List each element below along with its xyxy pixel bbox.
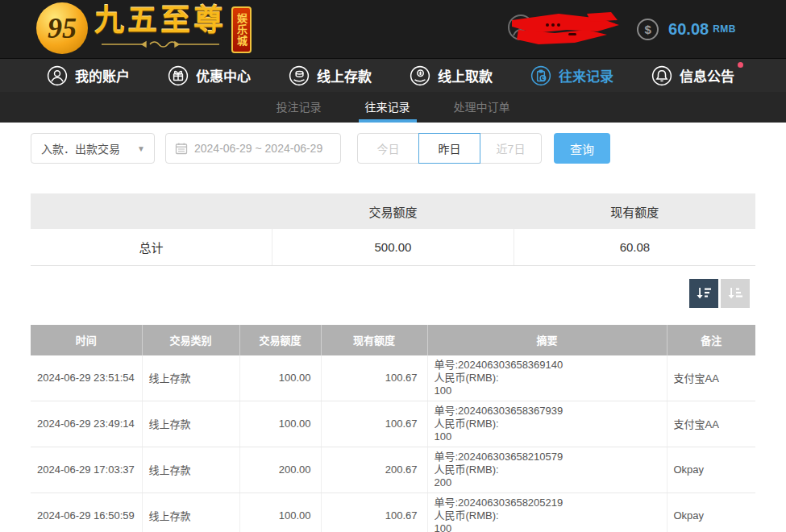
brand-name: 九五至尊 (94, 2, 227, 39)
flourish-ornament (100, 39, 221, 49)
sort-descending-button[interactable] (689, 279, 718, 308)
summary-line: 人民币(RMB): (435, 509, 660, 522)
balance-currency: RMB (713, 23, 736, 35)
tab-betting-records[interactable]: 投注记录 (273, 92, 325, 123)
table-row: 2024-06-29 23:51:54线上存款100.00100.67单号:20… (31, 355, 755, 401)
summary-line: 单号:202406303658205219 (435, 497, 660, 509)
time-cell: 2024-06-29 23:51:54 (31, 355, 142, 401)
notification-dot (738, 62, 743, 68)
username-area (506, 9, 619, 49)
balance-cell: 100.67 (321, 493, 427, 532)
summary-header-empty (31, 193, 272, 229)
col-header-balance: 现有额度 (321, 325, 427, 355)
main-nav: 我的账户 优惠中心 线上存款 (0, 58, 786, 92)
amount-cell: 100.00 (239, 493, 321, 532)
nav-label: 优惠中心 (196, 65, 251, 85)
summary-cell: 单号:202406303658205219人民币(RMB):100 (427, 493, 667, 532)
nav-label: 线上取款 (438, 65, 493, 85)
date-range-input[interactable]: 2024-06-29 ~ 2024-06-29 (165, 133, 341, 164)
summary-header-current-amount: 现有额度 (514, 193, 755, 229)
summary-total-label: 总计 (31, 229, 272, 265)
col-header-note: 备注 (667, 325, 755, 355)
nav-label: 线上存款 (317, 65, 372, 85)
sort-ascending-button[interactable] (721, 279, 750, 308)
top-header: 95 九五至尊 娱乐城 (0, 0, 786, 58)
transactions-header-row: 时间 交易类别 交易额度 现有额度 摘要 备注 (31, 325, 755, 355)
nav-item-my-account[interactable]: 我的账户 (47, 65, 130, 86)
summary-line: 100 (435, 430, 660, 443)
summary-line: 人民币(RMB): (435, 418, 660, 430)
bell-icon (651, 65, 672, 86)
summary-table: 交易额度 现有额度 总计 500.00 60.08 (31, 193, 755, 266)
nav-label: 我的账户 (75, 65, 130, 85)
calendar-icon (175, 142, 188, 155)
sort-descending-icon (695, 285, 713, 302)
query-button[interactable]: 查询 (554, 133, 610, 164)
table-row: 2024-06-29 16:50:59线上存款100.00100.67单号:20… (31, 493, 755, 532)
nav-item-transaction-records[interactable]: 往来记录 (530, 65, 613, 86)
col-header-amount: 交易额度 (239, 325, 321, 355)
redaction-scribble (510, 9, 619, 48)
col-header-type: 交易类别 (142, 325, 239, 355)
summary-line: 人民币(RMB): (435, 463, 660, 476)
sort-ascending-icon (726, 285, 744, 302)
sort-controls (0, 279, 750, 308)
today-button[interactable]: 今日 (357, 133, 419, 164)
amount-cell: 100.00 (239, 355, 321, 401)
summary-line: 单号:202406303658367939 (435, 405, 660, 418)
balance-cell: 100.67 (321, 355, 427, 401)
note-cell: Okpay (667, 493, 755, 532)
transaction-records-page: 95 九五至尊 娱乐城 (0, 0, 786, 532)
summary-header-transaction-amount: 交易额度 (272, 193, 514, 229)
summary-cell: 单号:202406303658210579人民币(RMB):200 (427, 447, 667, 493)
nav-item-withdraw[interactable]: 线上取款 (410, 65, 493, 86)
note-cell: 支付宝AA (667, 401, 755, 447)
table-row: 2024-06-29 17:03:37线上存款200.00200.67单号:20… (31, 447, 755, 493)
record-subtabs: 投注记录 往来记录 处理中订单 (0, 92, 786, 123)
summary-line: 100 (435, 522, 660, 532)
nav-item-announcements[interactable]: 信息公告 (651, 65, 734, 86)
tab-transaction-records[interactable]: 往来记录 (362, 92, 414, 123)
filter-bar: 入款．出款交易 ▼ 2024-06-29 ~ 2024-06-29 今日 昨日 … (31, 133, 755, 164)
summary-line: 单号:202406303658210579 (435, 451, 660, 463)
col-header-summary: 摘要 (427, 325, 667, 355)
transaction-type-select[interactable]: 入款．出款交易 ▼ (31, 133, 155, 164)
summary-cell: 单号:202406303658369140人民币(RMB):100 (427, 355, 667, 401)
type-cell: 线上存款 (142, 493, 239, 532)
chevron-down-icon: ▼ (137, 144, 145, 153)
date-range-value: 2024-06-29 ~ 2024-06-29 (194, 142, 322, 155)
summary-line: 人民币(RMB): (435, 372, 660, 384)
nav-item-deposit[interactable]: 线上存款 (289, 65, 372, 86)
table-row: 2024-06-29 23:49:14线上存款100.00100.67单号:20… (31, 401, 755, 447)
withdraw-icon (410, 65, 430, 86)
transaction-type-value: 入款．出款交易 (41, 140, 120, 156)
records-icon (530, 65, 551, 86)
balance-cell: 200.67 (321, 447, 427, 493)
last7days-button[interactable]: 近7日 (480, 133, 542, 164)
balance-amount: 60.08 (668, 20, 709, 39)
brand-logo[interactable]: 95 九五至尊 娱乐城 (36, 2, 252, 54)
brand-monogram: 95 (36, 2, 88, 54)
summary-cell: 单号:202406303658367939人民币(RMB):100 (427, 401, 667, 447)
time-cell: 2024-06-29 23:49:14 (31, 401, 142, 447)
tab-pending-orders[interactable]: 处理中订单 (451, 92, 514, 123)
type-cell: 线上存款 (142, 355, 239, 401)
summary-total-row: 总计 500.00 60.08 (31, 229, 755, 265)
brand-badge: 娱乐城 (231, 6, 252, 53)
gift-icon (168, 65, 189, 86)
amount-cell: 200.00 (239, 447, 321, 493)
summary-line: 单号:202406303658369140 (435, 359, 660, 372)
transactions-body: 2024-06-29 23:51:54线上存款100.00100.67单号:20… (31, 355, 755, 532)
summary-current-total: 60.08 (514, 229, 755, 265)
time-cell: 2024-06-29 16:50:59 (31, 493, 142, 532)
summary-header-row: 交易额度 现有额度 (31, 193, 755, 229)
summary-line: 200 (435, 476, 660, 489)
yesterday-button[interactable]: 昨日 (418, 133, 480, 164)
nav-label: 往来记录 (559, 65, 613, 85)
summary-transaction-total: 500.00 (272, 229, 514, 265)
type-cell: 线上存款 (142, 447, 239, 493)
nav-item-promotions[interactable]: 优惠中心 (168, 65, 251, 86)
quick-range-group: 今日 昨日 近7日 (357, 133, 542, 164)
user-icon (47, 65, 68, 86)
col-header-time: 时间 (31, 325, 142, 355)
